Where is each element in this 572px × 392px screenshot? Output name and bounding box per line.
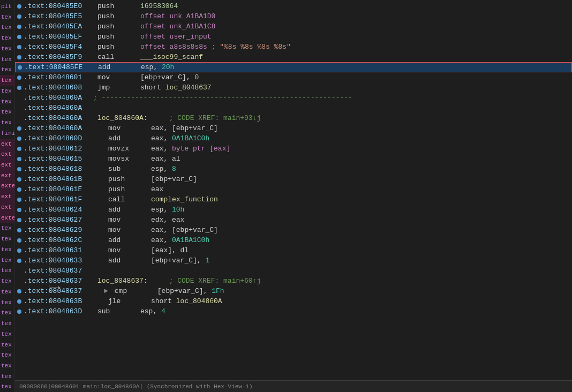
- operand: [ebp+var_C], 1: [151, 257, 209, 265]
- operand-part: eax,: [151, 236, 172, 244]
- sidebar-item-4: tex: [0, 43, 14, 54]
- code-line-12[interactable]: .text:0804860Amoveax, [ebp+var_C]: [15, 123, 572, 133]
- code-line-20[interactable]: .text:08048624addesp, 10h: [15, 205, 572, 215]
- code-line-1[interactable]: .text:080485E5pushoffset unk_A1BA1D0: [15, 11, 572, 21]
- addr: .text:080485E5: [24, 12, 93, 20]
- operand-part: short: [151, 297, 176, 305]
- operand-part: 20h: [162, 63, 174, 71]
- code-line-18[interactable]: .text:0804861Epusheax: [15, 184, 572, 194]
- mnemonic: push: [97, 33, 140, 41]
- operand-part: ;: [207, 43, 220, 51]
- addr: .text:08048608: [24, 84, 93, 92]
- breakpoint-dot: [17, 299, 21, 304]
- code-line-4[interactable]: .text:080485F4pushoffset a8s8s8s8s ; "%8…: [15, 42, 572, 52]
- mnemonic: add: [98, 63, 141, 71]
- breakpoint-dot: [17, 76, 21, 80]
- operand-part: offset a8s8s8s8s: [140, 43, 207, 51]
- operand-part: 1Fh: [212, 287, 224, 295]
- mnemonic: mov: [108, 216, 151, 224]
- code-line-25[interactable]: .text:08048633add[ebp+var_C], 1: [15, 255, 572, 266]
- sidebar-item-2: tex: [0, 22, 14, 33]
- sidebar-item-20: exte: [0, 213, 14, 223]
- addr: .text:0804860A: [24, 104, 93, 112]
- sidebar-item-35: tex: [0, 371, 14, 382]
- operand: offset user_input: [140, 33, 212, 41]
- arrow-indicator: ►: [104, 287, 108, 295]
- operand-part: "%8s %8s %8s %8s": [220, 43, 291, 51]
- addr: .text:08048612: [24, 145, 93, 153]
- operand: 169583064: [140, 2, 178, 10]
- sidebar-item-30: tex: [0, 318, 14, 329]
- code-line-13[interactable]: .text:0804860Daddeax, 0A1BA1C0h: [15, 133, 572, 144]
- code-line-28[interactable]: .text:08048637►cmp[ebp+var_C], 1Fh: [15, 286, 572, 296]
- code-line-21[interactable]: .text:08048627movedx, eax: [15, 215, 572, 225]
- code-line-19[interactable]: .text:0804861Fcallcomplex_function: [15, 194, 572, 205]
- sidebar-item-26: tex: [0, 276, 14, 287]
- operand: eax, 0A1BA1C0h: [151, 236, 209, 244]
- code-line-15[interactable]: .text:08048615movsxeax, al: [15, 154, 572, 164]
- code-line-5[interactable]: .text:080485F9call___isoc99_scanf: [15, 52, 572, 62]
- operand: short loc_804860A: [151, 297, 222, 305]
- dot-empty: [17, 279, 21, 283]
- code-line-3[interactable]: .text:080485EFpushoffset user_input: [15, 32, 572, 42]
- code-line-7[interactable]: .text:08048601mov[ebp+var_C], 0: [15, 72, 572, 82]
- sidebar-item-16: ext: [0, 170, 14, 181]
- code-line-16[interactable]: .text:08048618subesp, 8: [15, 164, 572, 174]
- mnemonic: add: [108, 257, 151, 265]
- addr: .text:0804860A: [24, 114, 93, 122]
- operand-part: eax, al: [151, 155, 180, 163]
- label-name: loc_8048637:: [97, 277, 148, 285]
- mnemonic: add: [108, 206, 151, 214]
- addr: .text:08048629: [24, 226, 93, 234]
- breakpoint-dot: [17, 45, 21, 49]
- code-line-30[interactable]: .text:0804863Dsubesp, 4: [15, 306, 572, 316]
- operand-part: [ebp+var_C],: [151, 257, 205, 265]
- code-line-14[interactable]: .text:08048612movzxeax, byte ptr [eax]: [15, 144, 572, 154]
- operand: eax, [ebp+var_C]: [151, 226, 218, 234]
- operand-part: [ebp+var_C]: [151, 175, 197, 183]
- addr: .text:080485E0: [24, 2, 93, 10]
- code-line-6[interactable]: .text:080485FEaddesp, 20h: [15, 62, 572, 72]
- mnemonic: cmp: [115, 287, 157, 295]
- sidebar-item-32: tex: [0, 340, 14, 350]
- addr: .text:0804860D: [24, 134, 93, 142]
- code-line-17[interactable]: .text:0804861Bpush[ebp+var_C]: [15, 174, 572, 184]
- operand: esp, 8: [151, 165, 176, 173]
- breakpoint-dot: [17, 218, 21, 222]
- addr: .text:08048633: [24, 257, 93, 265]
- mnemonic: mov: [108, 124, 151, 132]
- label-line: .text:0804860Aloc_804860A:; CODE XREF: m…: [15, 113, 572, 123]
- breakpoint-dot: [17, 14, 21, 19]
- breakpoint-dot: [17, 177, 21, 182]
- addr: .text:08048601: [24, 73, 93, 81]
- sidebar-item-13: ext: [0, 139, 14, 149]
- main-container: plttextextextextextextextextextextexfini…: [0, 0, 572, 392]
- dashed-separator: .text:0804860A ; -----------------------…: [15, 93, 572, 103]
- operand: offset unk_A1BA1C8: [140, 22, 215, 31]
- code-line-24[interactable]: .text:08048631mov[eax], dl: [15, 245, 572, 255]
- sidebar-item-23: tex: [0, 244, 14, 255]
- code-line-22[interactable]: .text:08048629moveax, [ebp+var_C]: [15, 225, 572, 235]
- sidebar-item-36: tex: [0, 381, 14, 392]
- mnemonic: sub: [97, 307, 140, 315]
- operand-part: edx, eax: [151, 216, 184, 224]
- sidebar-item-9: tex: [0, 96, 14, 107]
- mnemonic: push: [108, 185, 151, 193]
- code-line-29[interactable]: .text:0804863Bjleshort loc_804860A: [15, 296, 572, 306]
- mnemonic: mov: [108, 246, 151, 254]
- mnemonic: call: [97, 53, 140, 61]
- operand: offset a8s8s8s8s ; "%8s %8s %8s %8s": [140, 43, 291, 51]
- sidebar-item-33: tex: [0, 350, 14, 360]
- code-line-23[interactable]: .text:0804862Caddeax, 0A1BA1C0h: [15, 235, 572, 245]
- sidebar-item-7: tex: [0, 75, 14, 86]
- addr: .text:08048631: [24, 246, 93, 254]
- dashed-comment: ; --------------------------------------…: [93, 94, 352, 102]
- operand: esp, 20h: [141, 63, 174, 71]
- code-line-0[interactable]: .text:080485E0push169583064: [15, 1, 572, 11]
- dot-empty: [17, 96, 21, 100]
- code-line-2[interactable]: .text:080485EApushoffset unk_A1BA1C8: [15, 21, 572, 32]
- mnemonic: add: [108, 236, 151, 244]
- breakpoint-dot: [17, 137, 21, 141]
- mnemonic: push: [97, 2, 140, 10]
- code-line-8[interactable]: .text:08048608jmpshort loc_8048637: [15, 82, 572, 93]
